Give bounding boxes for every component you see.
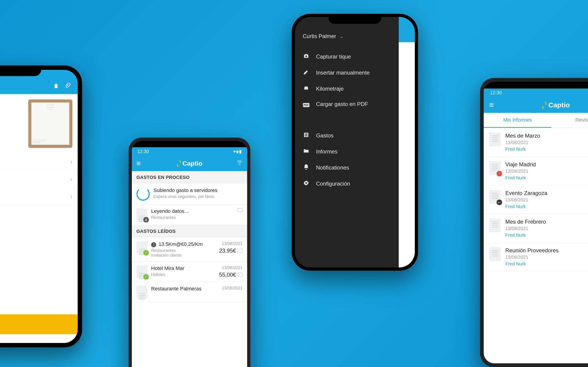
report-item[interactable]: Reunión Proveedores 13/08/2021 Fred Nurk: [484, 243, 588, 271]
alert-badge-icon: !: [497, 171, 502, 176]
report-user: Fred Nurk: [505, 147, 540, 152]
phone-drawer-menu: Curtis Palmer ⌄ Capturar tique Insertar …: [292, 14, 418, 271]
save-button[interactable]: Guardar: [0, 314, 78, 334]
app-header: ≡ ⸤⸣ Captio: [484, 97, 588, 113]
phone-reports-list: 12:30 ≡ ⸤⸣ Captio Mis informes Revisión …: [480, 78, 588, 367]
report-item[interactable]: ! Viaje Madrid 13/08/2021 Fred Nurk: [484, 157, 588, 185]
report-item[interactable]: ↩ Evento Zaragoza 13/08/2021 Fred Nurk: [484, 185, 588, 214]
menu-label: Informes: [316, 148, 337, 155]
menu-label: Capturar tique: [316, 53, 351, 60]
menu-settings[interactable]: Configuración: [301, 176, 392, 192]
receipt-icon: ✓: [137, 241, 147, 254]
item-category: Restaurantes: [151, 248, 216, 253]
menu-insert-manually[interactable]: Insertar manualmente: [301, 65, 392, 81]
card-icon: [237, 273, 242, 277]
chevron-right-icon: ›: [70, 193, 73, 200]
receipt-image: — — —— — — —— — — — — — — — —— — — — — —…: [32, 102, 69, 145]
report-title: Viaje Madrid: [505, 161, 536, 168]
expense-reading[interactable]: ⧗ Leyendo datos… Restaurantes: [132, 205, 247, 225]
field-row[interactable]: ›: [0, 153, 78, 171]
receipt-thumbnail[interactable]: — — —— — — —— — — — — — — — —— — — — — —…: [28, 99, 72, 148]
background-content[interactable]: [399, 17, 415, 267]
filter-icon[interactable]: [233, 159, 242, 168]
clock: 12:30: [490, 90, 502, 95]
status-bar: 12:30 ▾◈▮: [132, 147, 247, 156]
expense-item[interactable]: ✓ Hotel Mira Mar Hoteles 13/08/2021 55,0…: [132, 262, 247, 282]
chevron-right-icon: ›: [70, 175, 73, 183]
item-date: 13/08/2021: [222, 286, 242, 291]
menu-upload-pdf[interactable]: PDF Cargar gasto en PDF: [301, 97, 392, 111]
hamburger-menu-icon[interactable]: ≡: [489, 100, 498, 109]
expense-item[interactable]: Restaurante Palmeras 13/08/2021: [132, 282, 247, 302]
svg-point-2: [305, 182, 307, 184]
report-icon: ↩: [489, 190, 501, 204]
menu-capture-receipt[interactable]: Capturar tique: [301, 49, 392, 65]
screen: Curtis Palmer ⌄ Capturar tique Insertar …: [295, 17, 415, 267]
reply-badge-icon: ↩: [497, 200, 502, 205]
report-user: Fred Nurk: [505, 261, 559, 267]
report-date: 13/08/2021: [505, 197, 547, 202]
car-icon: [303, 85, 310, 93]
receipt-icon: [137, 286, 147, 299]
folder-icon: [303, 148, 310, 156]
attachment-icon[interactable]: [63, 81, 72, 91]
menu-label: Cargar gasto en PDF: [316, 101, 368, 107]
phone-edit-expense: asto EUR — — —— — — —— — — — — — —: [0, 66, 82, 348]
notch: [329, 14, 381, 24]
receipt-icon: ⧗: [137, 208, 147, 221]
report-date: 13/08/2021: [505, 140, 540, 145]
expense-item[interactable]: ✓ i 13.5Km@€0,25/Km Restaurantes Invitac…: [132, 238, 247, 262]
report-item[interactable]: Mes de Frebrero 13/08/2021 Fred Nurk: [484, 214, 588, 243]
svg-point-0: [305, 56, 307, 57]
report-user: Fred Nurk: [505, 204, 547, 209]
item-date: 13/08/2021: [222, 265, 242, 270]
card-icon: [237, 249, 242, 252]
field-row-comment[interactable]: entario ›: [0, 188, 78, 205]
success-badge-icon: ✓: [143, 250, 149, 256]
item-title: Subiendo gasto a servidores: [153, 187, 242, 193]
report-item[interactable]: Mes de Marzo 13/08/2021 Fred Nurk: [484, 128, 588, 157]
chevron-down-icon: ⌄: [340, 33, 344, 39]
brand-logo: ⸤⸣ Captio: [498, 101, 588, 109]
clock: 12:30: [137, 149, 149, 154]
section-header-read: GASTOS LEÍDOS: [132, 225, 247, 238]
pdf-icon: PDF: [303, 101, 310, 107]
menu-label: Notificationes: [316, 165, 349, 171]
app-header: ≡ ⸤⸣ Captio: [132, 156, 247, 171]
menu-label: Configuración: [316, 181, 350, 187]
menu-mileage[interactable]: Kilometraje: [301, 81, 392, 97]
menu-notifications[interactable]: Notificationes: [301, 160, 392, 176]
sensor-bar: [484, 82, 588, 89]
menu-expenses[interactable]: Gastos: [301, 127, 392, 144]
tab-review[interactable]: Revisión: [551, 113, 588, 128]
report-date: 13/08/2021: [505, 169, 536, 174]
info-icon: i: [151, 242, 156, 247]
delete-icon[interactable]: [51, 81, 61, 91]
tab-my-reports[interactable]: Mis informes: [484, 113, 551, 128]
chevron-right-icon: ›: [70, 158, 73, 166]
brand-logo: ⸤⸣ Captio: [146, 160, 233, 167]
card-icon: [237, 208, 242, 212]
menu-label: Insertar manualmente: [316, 69, 370, 76]
report-icon: [489, 133, 501, 146]
receipt-icon: ✓: [137, 265, 147, 278]
report-title: Evento Zaragoza: [505, 190, 547, 196]
processing-badge-icon: ⧗: [143, 217, 149, 223]
report-title: Mes de Marzo: [505, 133, 540, 139]
report-title: Mes de Frebrero: [505, 219, 546, 225]
item-category: Restaurantes: [151, 215, 234, 220]
item-title: Hotel Mira Mar: [151, 265, 216, 271]
item-subtitle: Espera unos segundos, por favor.: [153, 194, 242, 199]
notch: [0, 66, 41, 76]
field-row[interactable]: ›: [0, 171, 78, 188]
sensor-bar: [132, 141, 247, 147]
hamburger-menu-icon[interactable]: ≡: [137, 159, 146, 168]
screen: 12:30 ≡ ⸤⸣ Captio Mis informes Revisión …: [484, 82, 588, 363]
tabs: Mis informes Revisión: [484, 113, 588, 128]
menu-reports[interactable]: Informes: [301, 144, 392, 160]
status-bar: 12:30: [484, 89, 588, 97]
item-title: Leyendo datos…: [151, 208, 234, 214]
user-switcher[interactable]: Curtis Palmer ⌄: [301, 33, 392, 40]
gear-icon: [303, 180, 310, 188]
screen: asto EUR — — —— — — —— — — — — — —: [0, 70, 78, 343]
